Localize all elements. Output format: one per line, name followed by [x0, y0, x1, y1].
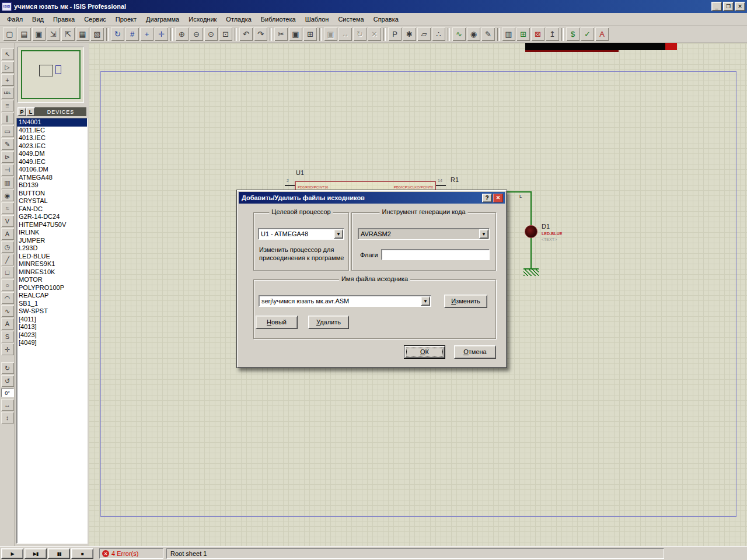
device-list-item[interactable]: FAN-DC	[17, 205, 87, 214]
property-assignment-icon[interactable]: ✎	[481, 27, 495, 41]
device-list-item[interactable]: G2R-14-DC24	[17, 213, 87, 221]
device-list-item[interactable]: [4049]	[17, 339, 87, 347]
selection-mode-icon[interactable]: ↖	[1, 48, 14, 60]
zoom-out-icon[interactable]: ⊖	[190, 27, 203, 41]
terminal-mode-icon[interactable]: ⊳	[1, 151, 14, 163]
junction-dot-icon[interactable]: +	[1, 74, 14, 86]
rotate-anticlockwise-icon[interactable]: ↺	[1, 375, 14, 387]
dialog-close-button[interactable]: ✕	[493, 194, 503, 202]
overview-panel[interactable]	[18, 47, 84, 103]
filename-select[interactable]: serj\учимся юзать мк.avr.ASM	[259, 295, 431, 307]
close-button[interactable]: ✕	[735, 2, 745, 11]
device-list-item[interactable]: SB1_1	[17, 300, 87, 308]
print-icon[interactable]: ▦	[76, 27, 89, 41]
menu-item[interactable]: Сервис	[79, 14, 111, 24]
device-list-item[interactable]: BD139	[17, 181, 87, 190]
device-list-item[interactable]: [4011]	[17, 316, 87, 324]
mirror-y-icon[interactable]: ↕	[1, 412, 14, 424]
device-list[interactable]: 1N40014011.IEC4013.IEC4023.IEC4049.DM404…	[16, 118, 88, 544]
text-script-icon[interactable]: ≡	[1, 100, 14, 111]
stop-button[interactable]: ■	[71, 548, 93, 559]
device-list-item[interactable]: MINRES10K	[17, 268, 87, 276]
device-list-item[interactable]: BUTTON	[17, 190, 87, 198]
device-list-item[interactable]: [4023]	[17, 331, 87, 340]
electrical-check-icon[interactable]: ✓	[581, 27, 594, 41]
wire-label-icon[interactable]: LBL	[1, 87, 14, 99]
maximize-button[interactable]: ❐	[723, 2, 734, 11]
save-design-icon[interactable]: ▣	[32, 27, 46, 41]
2d-marker-icon[interactable]: ✛	[1, 344, 14, 355]
subcircuit-icon[interactable]: ▭	[1, 125, 14, 137]
device-list-item[interactable]: JUMPER	[17, 237, 87, 245]
make-device-icon[interactable]: ✱	[403, 27, 416, 41]
mark-output-area-icon[interactable]: ▧	[90, 27, 104, 41]
device-list-item[interactable]: 4049.IEC	[17, 158, 87, 166]
false-origin-icon[interactable]: +	[140, 27, 153, 41]
ok-button[interactable]: ОК	[404, 345, 445, 359]
2d-symbol-icon[interactable]: S	[1, 331, 14, 342]
rotate-clockwise-icon[interactable]: ↻	[1, 362, 14, 374]
library-button[interactable]: L	[26, 107, 35, 116]
device-list-item[interactable]: L293D	[17, 244, 87, 253]
zoom-area-icon[interactable]: ⊡	[219, 27, 232, 41]
search-tag-icon[interactable]: ◉	[467, 27, 480, 41]
device-list-item[interactable]: IRLINK	[17, 229, 87, 237]
device-list-item[interactable]: 4049.DM	[17, 150, 87, 158]
voltage-probe-icon[interactable]: V	[1, 215, 14, 227]
cancel-button[interactable]: Отмена	[454, 345, 496, 359]
design-explorer-icon[interactable]: ▥	[502, 27, 515, 41]
device-list-item[interactable]: 4023.IEC	[17, 142, 87, 150]
codegen-select[interactable]: AVRASM2	[358, 228, 490, 240]
pick-device-icon[interactable]: P	[388, 27, 402, 41]
step-button[interactable]: ▶▮	[25, 548, 47, 559]
dropdown-arrow-icon[interactable]	[334, 229, 343, 239]
device-list-item[interactable]: CRYSTAL	[17, 197, 87, 205]
block-move-icon[interactable]: ↔	[338, 27, 352, 41]
redo-icon[interactable]: ↷	[254, 27, 267, 41]
instrument-icon[interactable]: ◷	[1, 241, 14, 253]
component-mode-icon[interactable]: ▷	[1, 61, 14, 73]
menu-item[interactable]: Проект	[111, 14, 141, 24]
export-section-icon[interactable]: ⇱	[61, 27, 75, 41]
menu-item[interactable]: Файл	[2, 14, 27, 24]
simulation-log-panel[interactable]: 4 Error(s)	[99, 548, 163, 559]
open-design-icon[interactable]: ▤	[18, 27, 31, 41]
device-list-item[interactable]: HITEMP47U50V	[17, 221, 87, 229]
2d-circle-icon[interactable]: ○	[1, 279, 14, 291]
packaging-tool-icon[interactable]: ▱	[417, 27, 431, 41]
menu-item[interactable]: Вид	[27, 14, 48, 24]
device-list-item[interactable]: POLYPRO100P	[17, 284, 87, 292]
copy-icon[interactable]: ▣	[289, 27, 302, 41]
bill-of-materials-icon[interactable]: $	[566, 27, 580, 41]
graph-mode-icon[interactable]: ▥	[1, 177, 14, 188]
menu-item[interactable]: Исходник	[184, 14, 221, 24]
zoom-all-icon[interactable]: ⊙	[204, 27, 218, 41]
device-list-item[interactable]: LED-BLUE	[17, 253, 87, 261]
netlist-ares-icon[interactable]: A	[595, 27, 609, 41]
dialog-help-button[interactable]: ?	[482, 194, 492, 202]
generator-icon[interactable]: ≈	[1, 202, 14, 214]
menu-item[interactable]: Диаграмма	[141, 14, 184, 24]
flags-input[interactable]	[381, 249, 490, 260]
device-list-item[interactable]: MOTOR	[17, 276, 87, 284]
change-button[interactable]: Изменить	[444, 295, 487, 308]
new-design-icon[interactable]: ▢	[3, 27, 16, 41]
mirror-x-icon[interactable]: ↔	[1, 399, 14, 411]
2d-arc-icon[interactable]: ◠	[1, 292, 14, 304]
menu-item[interactable]: Шаблон	[301, 14, 334, 24]
new-sheet-icon[interactable]: ⊞	[516, 27, 530, 41]
refresh-display-icon[interactable]: ↻	[111, 27, 124, 41]
dropdown-arrow-icon[interactable]	[479, 229, 488, 239]
toggle-grid-icon[interactable]: #	[125, 27, 139, 41]
block-delete-icon[interactable]: ✕	[368, 27, 381, 41]
device-list-item[interactable]: 4013.IEC	[17, 134, 87, 142]
decompose-icon[interactable]: ∴	[432, 27, 445, 41]
new-button[interactable]: Новый	[256, 316, 298, 329]
wire-autorouter-icon[interactable]: ∿	[452, 27, 466, 41]
2d-text-icon[interactable]: A	[1, 318, 14, 330]
2d-line-icon[interactable]: ╱	[1, 254, 14, 265]
remove-sheet-icon[interactable]: ⊠	[531, 27, 544, 41]
minimize-button[interactable]: _	[711, 2, 722, 11]
device-pin-icon[interactable]: ⊣	[1, 164, 14, 176]
dropdown-arrow-icon[interactable]	[421, 296, 430, 306]
